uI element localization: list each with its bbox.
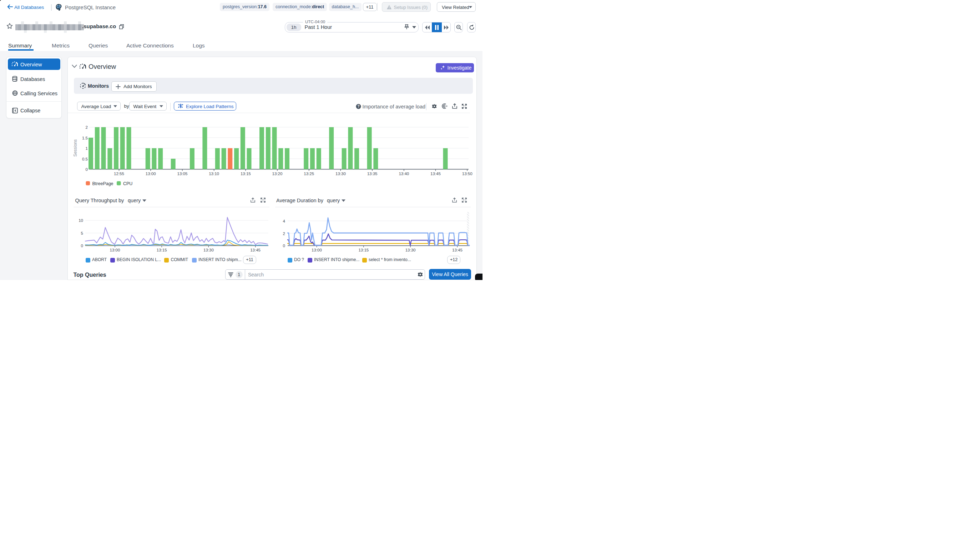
svg-text:BtreePage: BtreePage [92,181,113,186]
svg-text:13:00: 13:00 [146,171,156,176]
svg-text:13:30: 13:30 [335,171,346,176]
svg-text:13:40: 13:40 [399,171,409,176]
svg-text:13:00: 13:00 [110,248,120,252]
svg-text:Sessions: Sessions [73,139,78,157]
svg-text:13:45: 13:45 [430,171,441,176]
svg-text:2: 2 [283,232,285,236]
svg-text:13:10: 13:10 [209,171,219,176]
svg-text:13:05: 13:05 [177,171,188,176]
svg-text:CPU: CPU [123,181,132,186]
svg-text:12:55: 12:55 [114,171,124,176]
svg-text:13:15: 13:15 [358,248,369,252]
svg-text:13:50: 13:50 [462,171,473,176]
svg-text:10: 10 [79,218,83,222]
svg-text:2: 2 [86,125,88,129]
svg-text:0: 0 [81,243,83,248]
svg-text:13:15: 13:15 [157,248,167,252]
svg-text:0.5: 0.5 [82,157,88,161]
svg-text:13:25: 13:25 [304,171,314,176]
svg-text:13:15: 13:15 [240,171,251,176]
svg-text:13:20: 13:20 [272,171,283,176]
svg-text:1.5: 1.5 [82,136,88,140]
svg-text:13:00: 13:00 [312,248,322,252]
svg-text:13:45: 13:45 [452,248,463,252]
svg-text:13:45: 13:45 [250,248,260,252]
svg-text:0: 0 [283,243,285,248]
svg-text:13:35: 13:35 [367,171,378,176]
svg-text:0: 0 [86,167,88,171]
svg-text:4: 4 [283,219,286,223]
svg-text:5: 5 [81,231,83,235]
svg-text:13:30: 13:30 [406,248,416,252]
svg-text:13:30: 13:30 [203,248,214,252]
svg-text:1: 1 [86,146,88,150]
